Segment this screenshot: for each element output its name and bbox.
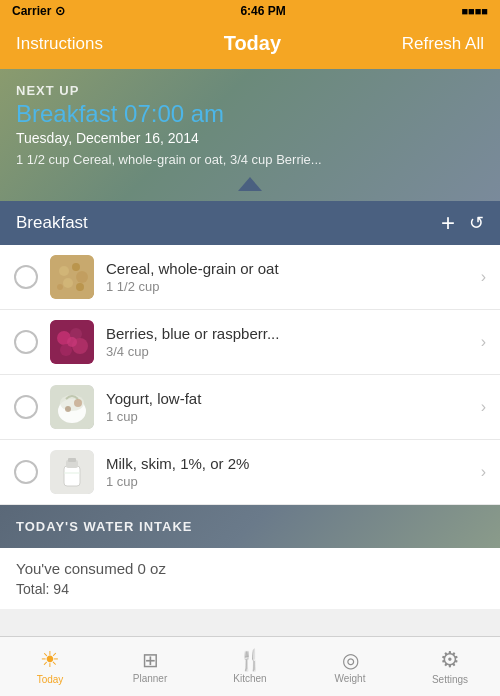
kitchen-icon: 🍴 [238, 650, 263, 670]
water-body: You've consumed 0 oz Total: 94 [0, 548, 500, 609]
svg-point-3 [76, 271, 88, 283]
svg-rect-21 [68, 458, 76, 462]
tab-settings-label: Settings [432, 674, 468, 685]
planner-icon: ⊞ [142, 650, 159, 670]
food-item-milk[interactable]: Milk, skim, 1%, or 2% 1 cup › [0, 440, 500, 505]
food-checkbox-berries[interactable] [14, 330, 38, 354]
food-info-cereal: Cereal, whole-grain or oat 1 1/2 cup [106, 260, 469, 294]
svg-point-17 [65, 406, 71, 412]
chevron-right-icon: › [481, 398, 486, 416]
next-up-card: NEXT UP Breakfast 07:00 am Tuesday, Dece… [0, 69, 500, 201]
food-checkbox-cereal[interactable] [14, 265, 38, 289]
food-item-cereal[interactable]: Cereal, whole-grain or oat 1 1/2 cup › [0, 245, 500, 310]
battery-indicator: ■■■■ [461, 5, 488, 17]
food-name-berries: Berries, blue or raspberr... [106, 325, 469, 342]
tab-today-label: Today [37, 674, 64, 685]
water-goal: Total: 94 [16, 581, 484, 597]
food-info-milk: Milk, skim, 1%, or 2% 1 cup [106, 455, 469, 489]
next-up-description: 1 1/2 cup Cereal, whole-grain or oat, 3/… [16, 152, 484, 167]
food-list: Cereal, whole-grain or oat 1 1/2 cup › B… [0, 245, 500, 505]
svg-rect-19 [64, 466, 80, 486]
svg-point-2 [72, 263, 80, 271]
tab-kitchen[interactable]: 🍴 Kitchen [200, 637, 300, 696]
food-info-yogurt: Yogurt, low-fat 1 cup [106, 390, 469, 424]
up-arrow-icon [238, 177, 262, 191]
add-meal-button[interactable]: + [441, 211, 455, 235]
food-amount-cereal: 1 1/2 cup [106, 279, 469, 294]
svg-point-6 [57, 284, 63, 290]
water-title: TODAY'S WATER INTAKE [16, 519, 484, 534]
food-info-berries: Berries, blue or raspberr... 3/4 cup [106, 325, 469, 359]
food-item-berries[interactable]: Berries, blue or raspberr... 3/4 cup › [0, 310, 500, 375]
food-name-milk: Milk, skim, 1%, or 2% [106, 455, 469, 472]
refresh-all-button[interactable]: Refresh All [402, 34, 484, 54]
breakfast-title: Breakfast [16, 213, 88, 233]
next-up-time: Breakfast 07:00 am [16, 100, 484, 128]
svg-point-16 [74, 399, 82, 407]
chevron-right-icon: › [481, 463, 486, 481]
water-section-header: TODAY'S WATER INTAKE [0, 505, 500, 548]
chevron-right-icon: › [481, 333, 486, 351]
tab-planner[interactable]: ⊞ Planner [100, 637, 200, 696]
food-name-yogurt: Yogurt, low-fat [106, 390, 469, 407]
food-item-yogurt[interactable]: Yogurt, low-fat 1 cup › [0, 375, 500, 440]
nav-title: Today [224, 32, 281, 55]
food-image-milk [50, 450, 94, 494]
svg-point-5 [76, 283, 84, 291]
instructions-button[interactable]: Instructions [16, 34, 103, 54]
tab-bar: ☀ Today ⊞ Planner 🍴 Kitchen ◎ Weight ⚙ S… [0, 636, 500, 696]
settings-icon: ⚙ [440, 649, 460, 671]
breakfast-section-header: Breakfast + ↺ [0, 201, 500, 245]
section-actions: + ↺ [441, 211, 484, 235]
chevron-right-icon: › [481, 268, 486, 286]
water-consumed: You've consumed 0 oz [16, 560, 484, 577]
time-label: 6:46 PM [240, 4, 285, 18]
svg-rect-22 [64, 472, 80, 474]
next-up-date: Tuesday, December 16, 2014 [16, 130, 484, 146]
food-name-cereal: Cereal, whole-grain or oat [106, 260, 469, 277]
next-up-label: NEXT UP [16, 83, 484, 98]
tab-settings[interactable]: ⚙ Settings [400, 637, 500, 696]
tab-kitchen-label: Kitchen [233, 673, 266, 684]
food-amount-berries: 3/4 cup [106, 344, 469, 359]
food-image-berries [50, 320, 94, 364]
status-bar: Carrier ⊙ 6:46 PM ■■■■ [0, 0, 500, 22]
svg-point-12 [67, 337, 77, 347]
refresh-meal-button[interactable]: ↺ [469, 214, 484, 232]
tab-planner-label: Planner [133, 673, 167, 684]
svg-point-4 [63, 278, 73, 288]
top-nav: Instructions Today Refresh All [0, 22, 500, 69]
tab-weight-label: Weight [335, 673, 366, 684]
carrier-label: Carrier ⊙ [12, 4, 65, 18]
food-amount-milk: 1 cup [106, 474, 469, 489]
food-amount-yogurt: 1 cup [106, 409, 469, 424]
food-checkbox-yogurt[interactable] [14, 395, 38, 419]
food-checkbox-milk[interactable] [14, 460, 38, 484]
tab-weight[interactable]: ◎ Weight [300, 637, 400, 696]
tab-today[interactable]: ☀ Today [0, 637, 100, 696]
weight-icon: ◎ [342, 650, 359, 670]
today-icon: ☀ [40, 649, 60, 671]
svg-point-1 [59, 266, 69, 276]
food-image-cereal [50, 255, 94, 299]
next-up-arrow-indicator [16, 177, 484, 191]
food-image-yogurt [50, 385, 94, 429]
